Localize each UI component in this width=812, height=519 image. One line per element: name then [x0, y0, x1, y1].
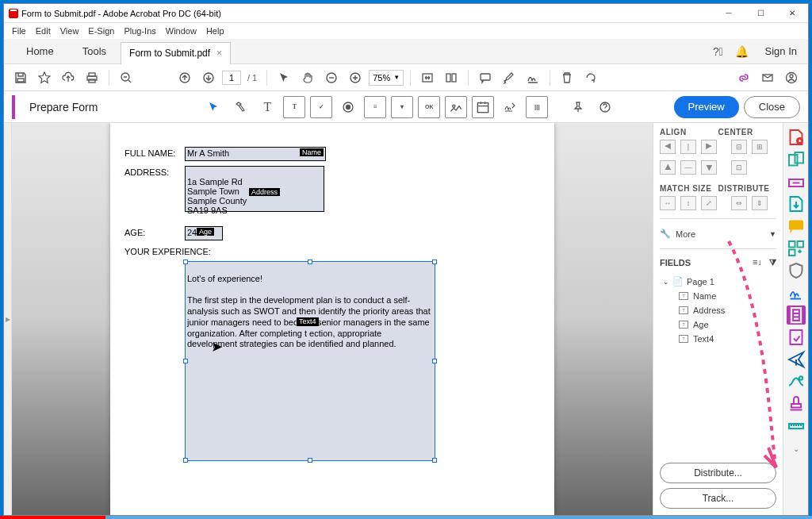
fields-filter-icon[interactable]: ⧩ — [769, 257, 776, 267]
cloud-upload-icon[interactable] — [58, 67, 79, 88]
align-right-icon[interactable]: ⯈ — [701, 140, 717, 154]
zoom-select[interactable]: 75%▼ — [369, 70, 404, 86]
hand-tool-icon[interactable] — [297, 67, 318, 88]
match-height-icon[interactable]: ↕ — [680, 196, 696, 210]
align-center-h-icon[interactable]: | — [680, 140, 696, 154]
select-field-tool-icon[interactable] — [202, 96, 224, 118]
tree-field-item[interactable]: TAddress — [663, 303, 783, 317]
create-pdf-tool-icon[interactable] — [787, 128, 806, 147]
resize-handle[interactable] — [183, 458, 188, 463]
tab-document[interactable]: Form to Submit.pdf × — [121, 42, 231, 64]
close-window-button[interactable]: ✕ — [776, 4, 808, 23]
scan-tool-icon[interactable] — [787, 372, 806, 391]
align-top-icon[interactable]: ⯅ — [660, 160, 676, 175]
tree-field-item[interactable]: TAge — [663, 317, 783, 332]
comment-tool-icon[interactable] — [787, 217, 806, 236]
distribute-v-icon[interactable]: ⇕ — [752, 196, 768, 210]
text-box-tool-icon[interactable]: T — [283, 96, 305, 118]
comments-icon[interactable] — [475, 67, 496, 88]
fill-sign-tool-icon[interactable] — [787, 283, 806, 302]
combine-tool-icon[interactable] — [787, 150, 806, 169]
signature-tool-icon[interactable] — [499, 96, 521, 118]
organize-tool-icon[interactable] — [787, 239, 806, 258]
text-field-tool-icon[interactable]: T — [256, 96, 278, 118]
center-v-icon[interactable]: ⊞ — [752, 140, 768, 154]
video-progress-track[interactable] — [0, 516, 812, 519]
next-page-icon[interactable] — [198, 67, 219, 88]
zoom-out-icon[interactable] — [116, 67, 136, 88]
send-tool-icon[interactable] — [787, 350, 806, 369]
highlight-icon[interactable] — [499, 67, 519, 88]
align-bottom-icon[interactable]: ⯆ — [701, 160, 717, 175]
star-icon[interactable] — [34, 67, 55, 88]
stamp-tool-icon[interactable] — [787, 394, 806, 413]
menu-help[interactable]: Help — [206, 26, 224, 36]
experience-field[interactable]: Lot's of experience! The first step in t… — [185, 261, 435, 461]
button-tool-icon[interactable]: OK — [418, 96, 440, 118]
distribute-h-icon[interactable]: ⇔ — [731, 196, 747, 210]
rotate-icon[interactable] — [580, 67, 601, 88]
help-icon[interactable]: ?⃝ — [707, 40, 730, 63]
fit-width-icon[interactable] — [417, 67, 438, 88]
page-number-input[interactable] — [222, 71, 241, 85]
zoom-in-button[interactable] — [345, 67, 366, 88]
menu-esign[interactable]: E-Sign — [88, 26, 114, 36]
pin-icon[interactable] — [567, 96, 589, 118]
resize-handle[interactable] — [183, 260, 188, 264]
match-width-icon[interactable]: ↔ — [660, 196, 676, 210]
zoom-out-button[interactable] — [321, 67, 342, 88]
resize-handle[interactable] — [308, 260, 312, 264]
fields-sort-icon[interactable]: ≡↓ — [753, 257, 762, 267]
checkbox-tool-icon[interactable]: ✓ — [310, 96, 332, 118]
resize-handle[interactable] — [183, 359, 188, 363]
prepare-form-tool-icon[interactable] — [787, 306, 806, 325]
tree-field-item[interactable]: TName — [663, 289, 783, 303]
tab-close-icon[interactable]: × — [216, 48, 222, 59]
date-tool-icon[interactable] — [472, 96, 494, 118]
menu-view[interactable]: View — [60, 26, 79, 36]
export-tool-icon[interactable] — [787, 194, 806, 213]
preview-button[interactable]: Preview — [674, 96, 739, 118]
document-canvas[interactable]: FULL NAME: Mr A Smith Name ADDRESS: 1a S… — [12, 123, 653, 515]
prev-page-icon[interactable] — [174, 67, 195, 88]
distribute-button[interactable]: Distribute... — [660, 463, 776, 483]
fullname-field[interactable]: Mr A Smith Name — [185, 147, 326, 161]
align-center-v-icon[interactable]: — — [680, 160, 696, 175]
print-icon[interactable] — [82, 67, 102, 88]
share-link-icon[interactable] — [733, 67, 754, 88]
edit-pdf-tool-icon[interactable] — [787, 172, 806, 191]
save-icon[interactable] — [10, 67, 31, 88]
more-options[interactable]: 🔧 More ▼ — [653, 222, 783, 245]
age-field[interactable]: 24 Age — [185, 226, 223, 240]
menu-edit[interactable]: Edit — [36, 26, 51, 36]
match-both-icon[interactable]: ⤢ — [701, 196, 717, 210]
dropdown-tool-icon[interactable]: ▾ — [391, 96, 413, 118]
center-both-icon[interactable]: ⊡ — [731, 160, 747, 175]
minimize-button[interactable]: ─ — [713, 4, 745, 23]
list-tool-icon[interactable]: ≡ — [364, 96, 386, 118]
menu-plugins[interactable]: Plug-Ins — [124, 26, 155, 36]
profile-icon[interactable] — [781, 67, 802, 88]
resize-handle[interactable] — [432, 260, 437, 264]
help-tool-icon[interactable] — [594, 96, 616, 118]
align-left-icon[interactable]: ⯇ — [660, 140, 676, 154]
sign-in-button[interactable]: Sign In — [754, 45, 808, 57]
address-field[interactable]: 1a Sample Rd Sample Town Sample County S… — [185, 166, 324, 212]
radio-tool-icon[interactable] — [337, 96, 359, 118]
request-sign-tool-icon[interactable] — [787, 328, 806, 347]
measure-tool-icon[interactable] — [787, 417, 806, 436]
edit-field-tool-icon[interactable] — [229, 96, 251, 118]
close-tool-button[interactable]: Close — [744, 96, 800, 118]
track-button[interactable]: Track... — [660, 488, 776, 509]
menu-window[interactable]: Window — [166, 26, 197, 36]
chevron-down-icon[interactable]: ⌄ — [787, 439, 806, 458]
tab-home[interactable]: Home — [12, 39, 68, 63]
delete-icon[interactable] — [557, 67, 577, 88]
image-tool-icon[interactable] — [445, 96, 467, 118]
email-icon[interactable] — [757, 67, 778, 88]
protect-tool-icon[interactable] — [787, 261, 806, 280]
tree-field-item[interactable]: TText4 — [663, 332, 783, 346]
select-tool-icon[interactable] — [274, 67, 294, 88]
center-h-icon[interactable]: ⊟ — [731, 140, 747, 154]
sign-icon[interactable] — [523, 67, 543, 88]
